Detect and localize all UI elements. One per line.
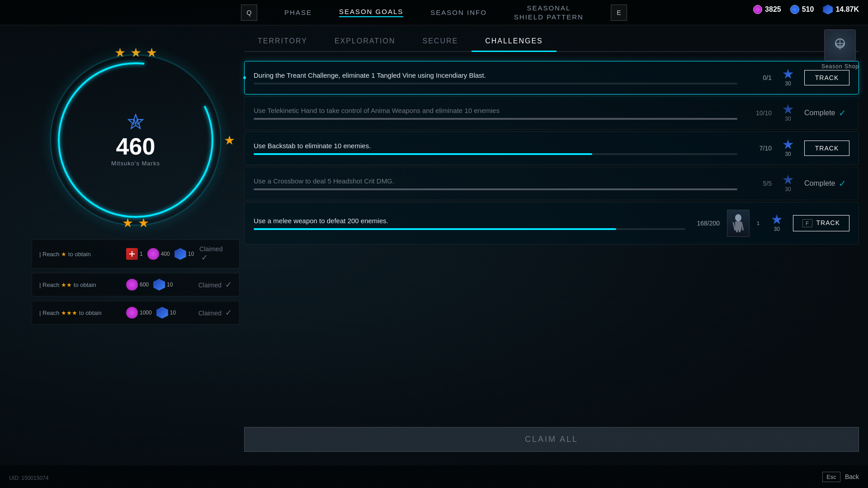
reward-pink-3: 1000 (126, 307, 152, 319)
back-label[interactable]: Back (845, 473, 859, 480)
tier-row-1: | Reach ★ to obtain 1 400 10 C (32, 239, 240, 268)
complete-label-4: Complete ✓ (804, 178, 849, 189)
svg-rect-9 (735, 221, 741, 230)
pink-reward-icon-1 (147, 248, 159, 260)
challenge-count-4: 5/5 (745, 180, 772, 187)
svg-text:M: M (132, 118, 138, 126)
f-key-label: F (802, 219, 812, 227)
challenge-progress-fill-4 (254, 188, 737, 190)
top-navigation: Q PHASE SEASON GOALS SEASON INFO SEASONA… (0, 0, 868, 25)
tier-3-rewards: 1000 10 (126, 307, 193, 319)
tab-challenges[interactable]: CHALLENGES (472, 32, 557, 52)
nav-seasonal-shield[interactable]: SEASONALSHIELD PATTERN (514, 4, 584, 21)
mark-icon-4 (783, 174, 793, 185)
pink-reward-icon-3 (126, 307, 138, 319)
blue-currency-amount: 510 (802, 5, 814, 14)
challenge-info-4: Use a Crossbow to deal 5 Headshot Crit D… (254, 177, 737, 190)
challenge-mark-reward-2: 30 (779, 104, 797, 122)
challenge-text-3: Use Backstab to eliminate 10 enemies. (254, 142, 737, 150)
tab-exploration[interactable]: EXPLORATION (321, 32, 409, 51)
tier-1-rewards: 1 400 10 (126, 248, 194, 260)
exp-currency: 14.87K (823, 5, 859, 14)
pink-currency-icon (753, 5, 762, 14)
track-button-3[interactable]: TRACK (804, 141, 849, 156)
blue-reward-icon-2 (153, 279, 165, 291)
challenge-row-2: Use Telekinetic Hand to take control of … (244, 96, 859, 130)
tier-row-2: | Reach ★★ to obtain 600 10 Claimed ✓ (32, 273, 240, 296)
nav-season-goals[interactable]: SEASON GOALS (339, 8, 403, 17)
mark-count-5: 30 (774, 226, 779, 232)
claim-all-button[interactable]: CLAIM ALL (244, 427, 859, 452)
exp-currency-icon (823, 5, 833, 14)
star-right: ★ (224, 133, 235, 148)
challenge-text-4: Use a Crossbow to deal 5 Headshot Crit D… (254, 177, 737, 185)
season-shop-icon (824, 29, 856, 61)
challenge-list: During the Treant Challenge, eliminate 1… (244, 61, 859, 244)
pink-reward-icon-2 (126, 279, 138, 291)
challenge-count-5: 168/200 (693, 220, 720, 227)
blue-reward-icon-3 (156, 307, 168, 319)
challenge-text-1: During the Treant Challenge, eliminate 1… (254, 71, 737, 79)
challenge-info-2: Use Telekinetic Hand to take control of … (254, 107, 737, 120)
challenge-progress-fill-3 (254, 153, 592, 155)
challenge-progress-fill-5 (254, 228, 616, 230)
svg-rect-13 (739, 230, 741, 232)
challenge-row-5: Use a melee weapon to defeat 200 enemies… (244, 202, 859, 244)
claimed-badge-1: Claimed ✓ (199, 245, 232, 263)
challenge-info-3: Use Backstab to eliminate 10 enemies. (254, 142, 737, 155)
marks-value: 460 (111, 135, 160, 158)
mark-icon-1 (783, 69, 793, 80)
marks-label: Mitsuko's Marks (111, 160, 160, 167)
claimed-badge-2: Claimed ✓ (198, 280, 232, 290)
svg-point-8 (735, 214, 741, 221)
blue-currency-icon (790, 5, 799, 14)
mark-count-4: 30 (785, 186, 791, 192)
mark-count-3: 30 (785, 151, 791, 157)
season-shop-button[interactable]: Season Shop (821, 29, 859, 70)
challenge-info-5: Use a melee weapon to defeat 200 enemies… (254, 217, 685, 230)
challenge-row-4: Use a Crossbow to deal 5 Headshot Crit D… (244, 167, 859, 200)
challenge-dot-1 (243, 76, 246, 79)
season-shop-label: Season Shop (821, 63, 859, 70)
reward-blue-3: 10 (156, 307, 176, 319)
challenge-row-1: During the Treant Challenge, eliminate 1… (244, 61, 859, 94)
star-5: ★ (138, 216, 149, 230)
star-4: ★ (122, 216, 133, 230)
tab-territory[interactable]: TERRITORY (244, 32, 321, 51)
reward-red-1: 1 (126, 248, 143, 260)
q-key-button[interactable]: Q (241, 5, 257, 21)
challenge-mark-reward-1: 30 (779, 69, 797, 87)
tab-bar: TERRITORY EXPLORATION SECURE CHALLENGES (244, 32, 859, 52)
reward-blue-2: 10 (153, 279, 173, 291)
svg-line-10 (733, 222, 735, 230)
challenge-text-5: Use a melee weapon to defeat 200 enemies… (254, 217, 685, 225)
character-thumbnail (727, 210, 750, 237)
svg-line-11 (741, 222, 743, 230)
track-button-5[interactable]: F TRACK (793, 215, 849, 231)
main-content: TERRITORY EXPLORATION SECURE CHALLENGES … (244, 32, 859, 452)
nav-phase[interactable]: PHASE (284, 9, 312, 16)
reward-tiers: | Reach ★ to obtain 1 400 10 C (27, 239, 244, 324)
tab-secure[interactable]: SECURE (409, 32, 472, 51)
challenge-progress-fill-2 (254, 118, 737, 120)
complete-label-2: Complete ✓ (804, 108, 849, 118)
exp-currency-amount: 14.87K (835, 5, 859, 14)
challenge-count-3: 7/10 (745, 145, 772, 152)
e-key-button[interactable]: E (611, 5, 627, 21)
challenge-progress-bar-3 (254, 153, 737, 155)
tier-1-label: | Reach ★ to obtain (39, 251, 121, 258)
uid-label: UID: 150015074 (9, 475, 48, 481)
currency-bar: 3825 510 14.87K (753, 5, 859, 14)
esc-key[interactable]: Esc (822, 472, 840, 482)
bottom-bar: UID: 150015074 Esc Back (0, 465, 868, 488)
pink-currency-amount: 3825 (765, 5, 781, 14)
claimed-badge-3: Claimed ✓ (198, 308, 232, 318)
left-panel: ★ ★ ★ ★ M 460 Mitsuko's Marks (27, 36, 244, 443)
blue-currency: 510 (790, 5, 814, 14)
track-button-1[interactable]: TRACK (804, 70, 849, 85)
nav-season-info[interactable]: SEASON INFO (430, 9, 487, 16)
reward-pink-2: 600 (126, 279, 149, 291)
reward-pink-1: 400 (147, 248, 170, 260)
mark-count-2: 30 (785, 116, 791, 122)
pink-currency: 3825 (753, 5, 781, 14)
